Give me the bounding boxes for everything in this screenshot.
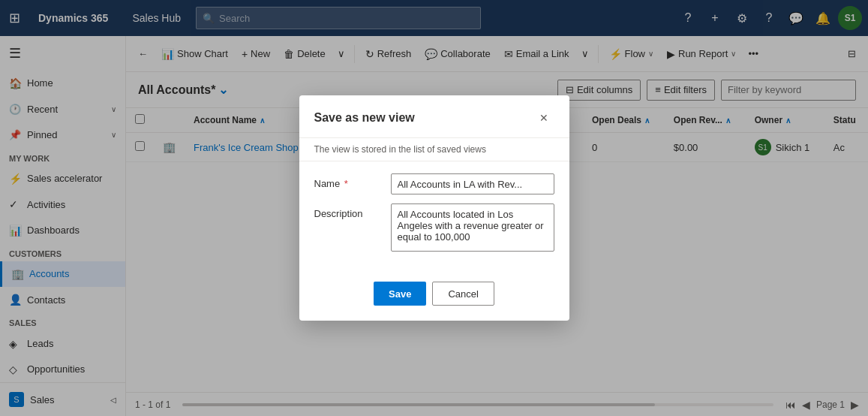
- description-label: Description: [314, 203, 382, 219]
- save-button[interactable]: Save: [374, 282, 426, 306]
- name-input[interactable]: [391, 173, 554, 194]
- cancel-button[interactable]: Cancel: [432, 282, 494, 306]
- save-view-dialog: Save as new view ✕ The view is stored in…: [299, 95, 569, 321]
- name-label: Name *: [314, 173, 382, 189]
- dialog-overlay: Save as new view ✕ The view is stored in…: [0, 0, 868, 416]
- dialog-header: Save as new view ✕: [299, 95, 569, 138]
- dialog-subtitle: The view is stored in the list of saved …: [299, 138, 569, 161]
- description-textarea[interactable]: All Accounts located in Los Angeles with…: [391, 203, 554, 252]
- dialog-body: Name * Description All Accounts located …: [299, 161, 569, 273]
- dialog-footer: Save Cancel: [299, 273, 569, 321]
- description-form-row: Description All Accounts located in Los …: [314, 203, 554, 252]
- dialog-title: Save as new view: [314, 111, 415, 125]
- dialog-close-button[interactable]: ✕: [533, 107, 554, 128]
- name-required-indicator: *: [344, 178, 348, 189]
- close-icon: ✕: [539, 112, 548, 124]
- name-form-row: Name *: [314, 173, 554, 194]
